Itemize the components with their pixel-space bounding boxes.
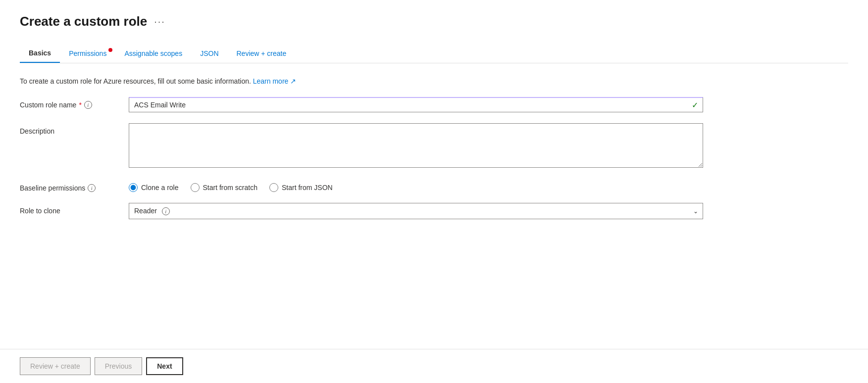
- description-row: Description: [20, 123, 848, 169]
- ellipsis-menu-button[interactable]: ···: [152, 15, 167, 28]
- radio-json-input[interactable]: [269, 183, 278, 192]
- description-control: [129, 123, 703, 169]
- role-to-clone-info-icon[interactable]: i: [162, 207, 170, 215]
- baseline-permissions-control: Clone a role Start from scratch Start fr…: [129, 180, 703, 192]
- description-input[interactable]: [129, 123, 703, 168]
- description-label: Description: [20, 123, 129, 135]
- previous-button[interactable]: Previous: [95, 357, 142, 375]
- permissions-dot: [108, 48, 112, 52]
- custom-role-name-info-icon[interactable]: i: [84, 101, 92, 109]
- tab-permissions[interactable]: Permissions: [60, 44, 115, 63]
- baseline-permissions-label: Baseline permissions i: [20, 180, 129, 192]
- baseline-permissions-info-icon[interactable]: i: [88, 184, 96, 192]
- custom-role-name-label: Custom role name * i: [20, 97, 129, 109]
- radio-start-from-json[interactable]: Start from JSON: [269, 183, 333, 192]
- custom-role-name-row: Custom role name * i ✓: [20, 97, 848, 112]
- form-description: To create a custom role for Azure resour…: [20, 77, 848, 85]
- role-to-clone-dropdown[interactable]: Reader i: [129, 203, 703, 219]
- tab-bar: Basics Permissions Assignable scopes JSO…: [20, 44, 848, 63]
- tab-assignable-scopes[interactable]: Assignable scopes: [115, 44, 191, 63]
- baseline-permissions-row: Baseline permissions i Clone a role Star…: [20, 180, 848, 192]
- baseline-permissions-radio-group: Clone a role Start from scratch Start fr…: [129, 180, 703, 192]
- tab-review-create[interactable]: Review + create: [228, 44, 296, 63]
- learn-more-link[interactable]: Learn more ↗: [253, 77, 296, 85]
- role-to-clone-label: Role to clone: [20, 203, 129, 215]
- external-link-icon: ↗: [290, 77, 296, 85]
- required-indicator: *: [79, 101, 81, 109]
- tab-json[interactable]: JSON: [191, 44, 227, 63]
- custom-role-name-input[interactable]: [129, 97, 703, 112]
- tab-basics[interactable]: Basics: [20, 44, 60, 63]
- custom-role-name-control: ✓: [129, 97, 703, 112]
- radio-clone-role[interactable]: Clone a role: [129, 183, 179, 192]
- role-to-clone-control: Reader i ⌄: [129, 203, 703, 219]
- footer: Review + create Previous Next: [0, 349, 868, 383]
- role-to-clone-value: Reader i: [134, 207, 170, 215]
- custom-role-name-input-wrapper: ✓: [129, 97, 703, 112]
- review-create-button[interactable]: Review + create: [20, 357, 91, 375]
- valid-checkmark-icon: ✓: [692, 100, 698, 109]
- radio-scratch-input[interactable]: [191, 183, 200, 192]
- radio-clone-role-input[interactable]: [129, 183, 138, 192]
- role-to-clone-row: Role to clone Reader i ⌄: [20, 203, 848, 219]
- page-title: Create a custom role: [20, 14, 147, 29]
- radio-start-from-scratch[interactable]: Start from scratch: [191, 183, 257, 192]
- role-to-clone-dropdown-wrapper: Reader i ⌄: [129, 203, 703, 219]
- next-button[interactable]: Next: [146, 357, 183, 375]
- basics-form: To create a custom role for Azure resour…: [20, 77, 848, 289]
